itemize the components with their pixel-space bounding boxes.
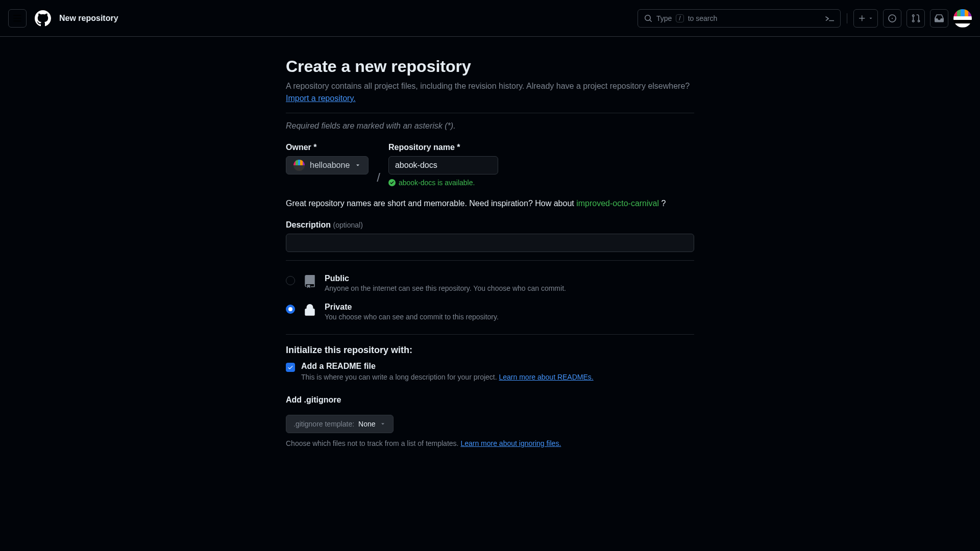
issue-icon (888, 14, 897, 23)
hamburger-menu-button[interactable] (8, 9, 27, 28)
owner-select-button[interactable]: helloabone (286, 156, 369, 174)
public-title: Public (325, 274, 566, 283)
app-header: New repository Type / to search (0, 0, 980, 37)
inbox-icon (935, 14, 944, 23)
gitignore-helper-text: Choose which files not to track from a l… (286, 439, 460, 447)
inspire-prefix: Great repository names are short and mem… (286, 199, 576, 208)
owner-value: helloabone (310, 161, 350, 170)
desc-label-text: Description (286, 220, 331, 229)
search-icon (644, 14, 652, 22)
import-repo-link[interactable]: Import a repository. (286, 94, 356, 103)
readme-desc-text: This is where you can write a long descr… (301, 373, 499, 381)
gitignore-prefix: .gitignore template: (293, 420, 354, 428)
search-text-type: Type (656, 14, 672, 22)
public-radio[interactable] (286, 276, 295, 285)
owner-repo-row: Owner * helloabone / Repository name * a… (286, 143, 694, 187)
readme-checkbox[interactable] (286, 363, 295, 372)
header-right: Type / to search (638, 9, 972, 28)
availability-text: abook-docs is available. (399, 179, 475, 187)
gitignore-template-button[interactable]: .gitignore template: None (286, 415, 394, 433)
availability-message: abook-docs is available. (388, 179, 498, 187)
pull-requests-button[interactable] (906, 9, 925, 28)
readme-desc: This is where you can write a long descr… (301, 373, 594, 381)
repo-icon (303, 275, 316, 288)
check-icon (287, 364, 293, 370)
page-subheading: A repository contains all project files,… (286, 80, 694, 105)
owner-label: Owner * (286, 143, 369, 152)
search-text-suffix: to search (688, 14, 718, 22)
search-kbd: / (676, 14, 683, 22)
desc-optional-text: (optional) (333, 221, 362, 229)
divider (286, 260, 694, 261)
caret-down-icon (380, 421, 386, 427)
slash-separator: / (377, 170, 380, 187)
description-col: Description (optional) (286, 220, 694, 252)
gitignore-value: None (358, 420, 375, 428)
learn-ignoring-link[interactable]: Learn more about ignoring files. (460, 439, 561, 447)
lock-icon (303, 304, 316, 317)
repo-name-col: Repository name * abook-docs is availabl… (388, 143, 498, 187)
check-circle-icon (388, 179, 396, 186)
repo-name-input[interactable] (388, 156, 498, 174)
subheading-text: A repository contains all project files,… (286, 82, 690, 90)
user-avatar[interactable] (953, 9, 972, 28)
inspire-suffix: ? (659, 199, 666, 208)
private-content: Private You choose who can see and commi… (325, 303, 499, 321)
repo-name-suggestion[interactable]: improved-octo-carnival (576, 199, 659, 208)
visibility-private-row: Private You choose who can see and commi… (286, 297, 694, 326)
readme-row: Add a README file This is where you can … (286, 362, 694, 381)
private-radio[interactable] (286, 305, 295, 314)
caret-down-icon (355, 162, 361, 168)
command-palette-icon[interactable] (825, 14, 834, 23)
issues-button[interactable] (883, 9, 901, 28)
main-content: Create a new repository A repository con… (286, 37, 694, 468)
public-content: Public Anyone on the internet can see th… (325, 274, 566, 292)
private-desc: You choose who can see and commit to thi… (325, 313, 499, 321)
inspiration-text: Great repository names are short and mem… (286, 199, 694, 208)
readme-content: Add a README file This is where you can … (301, 362, 594, 381)
github-logo-icon[interactable] (35, 10, 51, 27)
initialize-heading: Initialize this repository with: (286, 345, 694, 356)
header-left: New repository (8, 9, 118, 28)
owner-col: Owner * helloabone (286, 143, 369, 174)
owner-avatar (293, 160, 305, 171)
gitignore-label: Add .gitignore (286, 395, 694, 405)
repo-name-label: Repository name * (388, 143, 498, 152)
divider (286, 113, 694, 113)
search-input[interactable]: Type / to search (638, 9, 841, 28)
page-heading: Create a new repository (286, 57, 694, 76)
private-title: Private (325, 303, 499, 312)
learn-readmes-link[interactable]: Learn more about READMEs. (499, 373, 594, 381)
divider (286, 334, 694, 335)
required-fields-note: Required fields are marked with an aster… (286, 121, 694, 131)
pull-request-icon (911, 14, 920, 23)
gitignore-helper: Choose which files not to track from a l… (286, 439, 694, 447)
page-title: New repository (59, 14, 118, 23)
divider (847, 13, 847, 23)
public-desc: Anyone on the internet can see this repo… (325, 284, 566, 292)
description-input[interactable] (286, 234, 694, 252)
notifications-button[interactable] (930, 9, 948, 28)
plus-icon (858, 14, 866, 22)
create-new-button[interactable] (853, 9, 878, 28)
visibility-public-row: Public Anyone on the internet can see th… (286, 269, 694, 297)
hamburger-icon (13, 14, 22, 23)
description-label: Description (optional) (286, 220, 694, 230)
readme-title: Add a README file (301, 362, 594, 371)
caret-down-icon (868, 16, 873, 21)
